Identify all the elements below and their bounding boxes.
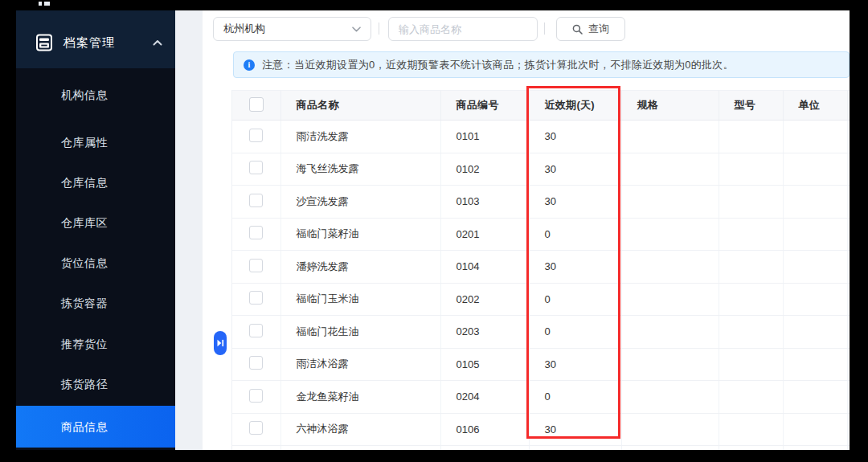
cell-model — [719, 348, 783, 381]
cell-model — [719, 413, 783, 446]
table-row-partial[interactable]: 福临门芝麻油 — [232, 446, 850, 451]
column-header: 近效期(天) — [529, 91, 621, 121]
row-checkbox[interactable] — [249, 389, 263, 403]
search-button-label: 查询 — [588, 22, 609, 36]
sidebar-item-archive-management[interactable]: 档案管理 — [16, 10, 175, 68]
table-row[interactable]: 海飞丝洗发露 0102 30 — [232, 153, 850, 186]
chevron-down-icon — [352, 27, 361, 32]
select-all-checkbox[interactable] — [249, 97, 264, 112]
table-row[interactable]: 雨洁洗发露 0101 30 — [232, 121, 850, 153]
cell-product-name: 雨洁洗发露 — [280, 121, 440, 153]
cell-product-code: 0102 — [440, 153, 529, 186]
sidebar-item-active[interactable]: 商品信息 — [16, 406, 175, 448]
cell-expiry-days: 0 — [529, 283, 621, 316]
row-checkbox[interactable] — [249, 226, 263, 239]
product-name-input[interactable] — [399, 23, 527, 35]
sidebar-item[interactable]: 货位信息 — [16, 247, 175, 279]
row-checkbox[interactable] — [249, 421, 263, 435]
table-row[interactable]: 雨洁沐浴露 0105 30 — [232, 348, 850, 381]
sidebar-item[interactable]: 机构信息 — [16, 79, 175, 111]
cell-spec — [621, 121, 719, 153]
cell-unit — [783, 381, 847, 414]
cell-expiry-days: 30 — [529, 413, 621, 446]
row-checkbox[interactable] — [249, 129, 263, 142]
product-table-wrap: 商品名称商品编号近效期(天)规格型号单位 雨洁洗发露 0101 30 海飞丝洗发… — [231, 90, 850, 450]
row-checkbox[interactable] — [249, 356, 263, 370]
cell-product-code: 0105 — [440, 348, 529, 381]
cell-filler — [847, 153, 850, 186]
sidebar-item[interactable]: 仓库属性 — [16, 126, 175, 158]
table-row[interactable]: 六神沐浴露 0106 30 — [232, 413, 850, 446]
cell-spec — [621, 153, 719, 186]
header-checkbox-cell — [232, 91, 280, 121]
cell-unit — [783, 348, 847, 381]
cell-product-code: 0106 — [440, 413, 529, 446]
row-checkbox-cell — [232, 283, 280, 316]
cell-product-name: 福临门玉米油 — [280, 283, 440, 316]
table-row[interactable]: 金龙鱼菜籽油 0204 0 — [232, 381, 850, 414]
info-circle-icon: i — [244, 59, 255, 71]
row-checkbox[interactable] — [249, 291, 263, 305]
cell-spec — [621, 348, 719, 381]
column-header: 单位 — [783, 91, 847, 121]
row-checkbox[interactable] — [249, 259, 263, 272]
cell-filler — [847, 121, 850, 153]
sidebar-item[interactable]: 推荐货位 — [16, 328, 175, 360]
cell-unit — [783, 218, 847, 251]
app-window: 档案管理 机构信息仓库属性仓库信息仓库库区货位信息拣货容器推荐货位拣货路径商品信… — [0, 0, 868, 462]
column-header: 规格 — [621, 91, 719, 121]
toolbar-divider — [544, 22, 545, 35]
column-header-filler — [847, 91, 850, 121]
cell-spec — [621, 413, 719, 446]
cell-unit — [783, 121, 847, 153]
cell-filler — [847, 186, 850, 219]
cell-product-name: 沙宣洗发露 — [280, 186, 440, 219]
cell-unit — [783, 316, 847, 349]
row-checkbox[interactable] — [249, 161, 263, 174]
cell-product-name: 潘婷洗发露 — [280, 251, 440, 284]
row-checkbox[interactable] — [249, 194, 263, 207]
sidebar-item[interactable]: 仓库信息 — [16, 166, 175, 198]
cell-expiry-days: 30 — [529, 121, 621, 153]
content-gutter — [175, 10, 203, 450]
cell-expiry-days: 30 — [529, 153, 621, 186]
cell-product-name: 福临门菜籽油 — [280, 218, 440, 251]
organization-select[interactable]: 杭州机构 — [213, 17, 371, 41]
row-checkbox-cell — [232, 413, 280, 446]
row-checkbox-cell — [232, 121, 280, 153]
sidebar-item[interactable]: 拣货容器 — [16, 287, 175, 319]
cell-filler — [847, 348, 850, 381]
sidebar-item[interactable]: 仓库库区 — [16, 206, 175, 239]
cell-product-code: 0204 — [440, 381, 529, 414]
cell-model — [719, 283, 783, 316]
notice-bar: i 注意：当近效期设置为0，近效期预警表不统计该商品；拣货计算批次时，不排除近效… — [233, 51, 850, 78]
cell-model — [719, 446, 783, 451]
row-checkbox-cell — [232, 251, 280, 284]
column-header: 商品名称 — [280, 91, 440, 121]
cell-product-name: 福临门芝麻油 — [280, 446, 440, 451]
sidebar-item[interactable]: 拣货路径 — [16, 368, 175, 400]
cell-spec — [621, 218, 719, 251]
chevron-up-icon[interactable] — [153, 39, 162, 46]
cell-expiry-days: 0 — [529, 218, 621, 251]
table-row[interactable]: 福临门玉米油 0202 0 — [232, 283, 850, 316]
cell-product-code: 0103 — [440, 186, 529, 219]
row-checkbox-cell — [232, 348, 280, 381]
cell-product-name: 福临门花生油 — [280, 316, 440, 349]
cell-model — [719, 186, 783, 219]
cell-unit — [783, 413, 847, 446]
cell-product-name: 雨洁沐浴露 — [280, 348, 440, 381]
cell-expiry-days: 0 — [529, 316, 621, 349]
table-row[interactable]: 沙宣洗发露 0103 30 — [232, 186, 850, 219]
table-row[interactable]: 潘婷洗发露 0104 30 — [232, 251, 850, 284]
cell-model — [719, 381, 783, 414]
cell-expiry-days: 0 — [529, 381, 621, 414]
table-row[interactable]: 福临门菜籽油 0201 0 — [232, 218, 850, 251]
cell-unit — [783, 283, 847, 316]
table-row[interactable]: 福临门花生油 0203 0 — [232, 316, 850, 349]
cell-expiry-days: 30 — [529, 186, 621, 219]
row-checkbox[interactable] — [249, 324, 263, 337]
search-button[interactable]: 查询 — [556, 17, 625, 41]
expand-handle[interactable] — [214, 331, 227, 355]
magnifier-icon — [572, 24, 583, 35]
